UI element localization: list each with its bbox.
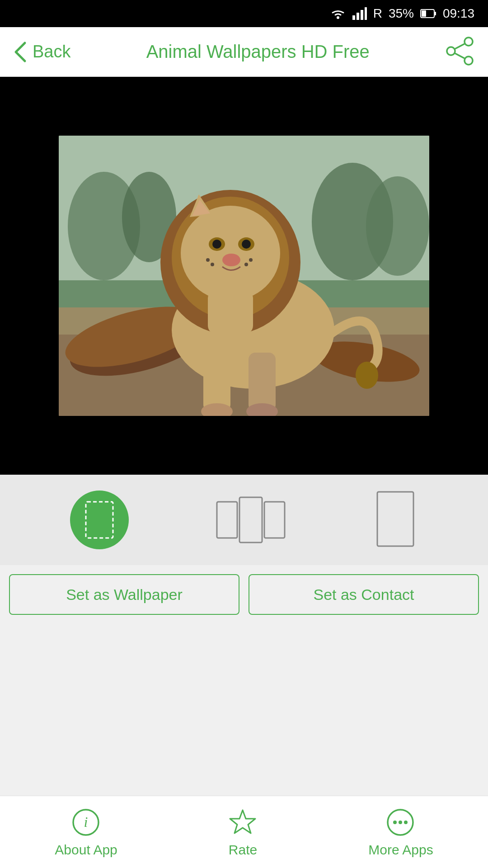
svg-rect-47 — [239, 497, 262, 542]
back-label: Back — [33, 42, 70, 61]
roaming-indicator: R — [373, 6, 382, 21]
svg-rect-41 — [208, 289, 253, 335]
svg-rect-1 — [352, 15, 355, 20]
svg-point-10 — [465, 57, 473, 65]
more-icon — [385, 807, 417, 839]
about-label: About App — [55, 842, 117, 858]
crop-multi-icon — [215, 493, 287, 547]
svg-rect-45 — [86, 502, 113, 538]
set-wallpaper-button[interactable]: Set as Wallpaper — [9, 574, 239, 615]
svg-rect-4 — [365, 7, 367, 20]
page-title: Animal Wallpapers HD Free — [146, 42, 370, 62]
svg-rect-3 — [361, 10, 363, 20]
svg-point-0 — [337, 16, 339, 19]
status-icons: R 35% 09:13 — [330, 6, 474, 21]
set-contact-button[interactable]: Set as Contact — [249, 574, 479, 615]
bottom-nav-about[interactable]: i About App — [55, 807, 117, 858]
info-icon: i — [70, 807, 102, 839]
action-buttons: Set as Wallpaper Set as Contact — [0, 565, 488, 624]
svg-point-32 — [222, 254, 240, 266]
svg-point-34 — [211, 263, 214, 266]
rate-label: Rate — [229, 842, 257, 858]
svg-point-54 — [393, 821, 397, 824]
svg-marker-52 — [230, 810, 255, 833]
crop-options — [0, 475, 488, 565]
back-button[interactable]: Back — [14, 41, 70, 63]
battery-icon — [420, 8, 436, 19]
svg-point-33 — [206, 258, 210, 262]
svg-point-30 — [212, 240, 221, 249]
svg-point-31 — [242, 240, 251, 249]
svg-point-42 — [356, 362, 378, 389]
lion-svg — [59, 136, 429, 416]
svg-rect-48 — [264, 502, 285, 538]
star-icon — [227, 807, 259, 839]
crop-option-single[interactable] — [70, 491, 129, 549]
svg-rect-46 — [217, 502, 237, 538]
battery-percentage: 35% — [389, 6, 414, 21]
svg-point-27 — [181, 206, 280, 301]
crop-circle-active — [70, 491, 129, 549]
svg-rect-6 — [434, 12, 436, 15]
svg-point-36 — [244, 263, 248, 266]
crop-tall-icon — [373, 490, 418, 550]
image-container — [0, 77, 488, 475]
svg-rect-2 — [357, 13, 359, 20]
time-display: 09:13 — [443, 6, 474, 21]
svg-rect-38 — [249, 353, 276, 411]
svg-rect-7 — [422, 10, 426, 17]
crop-option-multi[interactable] — [215, 493, 287, 547]
svg-point-9 — [447, 47, 455, 55]
share-button[interactable] — [445, 36, 474, 67]
svg-rect-37 — [203, 353, 230, 411]
nav-bar: Back Animal Wallpapers HD Free — [0, 27, 488, 77]
bottom-nav-rate[interactable]: Rate — [227, 807, 259, 858]
crop-option-tall[interactable] — [373, 490, 418, 550]
lion-image — [59, 136, 429, 416]
svg-text:i: i — [84, 814, 88, 830]
bottom-nav-more[interactable]: More Apps — [368, 807, 433, 858]
svg-rect-49 — [377, 492, 413, 546]
svg-point-35 — [249, 258, 253, 262]
svg-point-18 — [366, 176, 429, 276]
svg-point-56 — [404, 821, 408, 824]
svg-point-55 — [399, 821, 402, 824]
status-bar: R 35% 09:13 — [0, 0, 488, 27]
more-label: More Apps — [368, 842, 433, 858]
signal-icon — [352, 7, 367, 20]
bottom-nav: i About App Rate More Apps — [0, 796, 488, 868]
wifi-icon — [330, 7, 346, 20]
svg-line-11 — [455, 44, 465, 49]
svg-point-8 — [465, 38, 473, 46]
svg-line-12 — [455, 53, 465, 58]
